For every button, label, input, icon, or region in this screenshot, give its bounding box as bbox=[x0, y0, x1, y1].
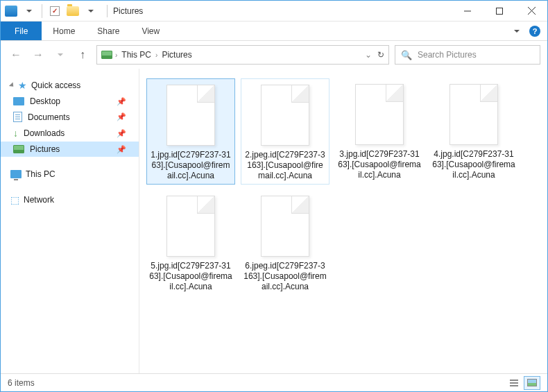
sidebar-item-pictures[interactable]: Pictures 📌 bbox=[1, 142, 139, 157]
tab-view[interactable]: View bbox=[130, 22, 171, 40]
recent-locations-icon[interactable] bbox=[52, 46, 69, 63]
star-icon: ★ bbox=[18, 80, 27, 91]
back-button[interactable]: ← bbox=[8, 46, 24, 63]
expand-ribbon-icon[interactable] bbox=[514, 30, 520, 33]
crumb-current[interactable]: Pictures bbox=[160, 50, 193, 60]
download-icon: ↓ bbox=[13, 128, 18, 139]
file-item[interactable]: 5.jpg.id[C279F237-3163].[Cusapool@firema… bbox=[146, 190, 235, 295]
file-icon bbox=[449, 84, 498, 145]
tab-share[interactable]: Share bbox=[86, 22, 130, 40]
titlebar: ✓ Pictures bbox=[1, 1, 547, 22]
navigation-pane: ★ Quick access Desktop 📌 Documents 📌 ↓ D… bbox=[1, 69, 139, 373]
sidebar-item-label: Network bbox=[24, 195, 54, 205]
desktop-icon bbox=[13, 97, 24, 105]
file-list[interactable]: 1.jpg.id[C279F237-3163].[Cusapool@firema… bbox=[139, 69, 547, 373]
sidebar-item-downloads[interactable]: ↓ Downloads 📌 bbox=[1, 125, 139, 142]
large-icons-view-button[interactable] bbox=[524, 376, 540, 390]
file-item[interactable]: 1.jpg.id[C279F237-3163].[Cusapool@firema… bbox=[146, 78, 235, 185]
pin-icon: 📌 bbox=[117, 97, 126, 106]
new-folder-icon[interactable] bbox=[65, 3, 80, 19]
pin-icon: 📌 bbox=[117, 129, 126, 138]
file-name: 2.jpeg.id[C279F237-3163].[Cusapool@firem… bbox=[244, 150, 326, 181]
document-icon bbox=[13, 112, 22, 122]
file-icon bbox=[355, 84, 404, 145]
refresh-icon[interactable]: ↻ bbox=[377, 50, 384, 60]
file-icon bbox=[261, 196, 309, 257]
explorer-window: ✓ Pictures File Home Share View ? ← → ↑ … bbox=[0, 0, 548, 392]
sidebar-item-label: Desktop bbox=[30, 96, 60, 106]
chevron-right-icon[interactable]: › bbox=[115, 51, 117, 59]
file-name: 3.jpg.id[C279F237-3163].[Cusapool@firema… bbox=[338, 149, 421, 180]
quick-access-header[interactable]: ★ Quick access bbox=[1, 77, 139, 94]
sidebar-item-network[interactable]: ⬚ Network bbox=[1, 191, 139, 208]
picture-icon bbox=[13, 145, 24, 153]
help-icon[interactable]: ? bbox=[529, 26, 540, 37]
properties-icon[interactable]: ✓ bbox=[47, 3, 62, 19]
details-view-button[interactable] bbox=[506, 376, 522, 390]
tab-home[interactable]: Home bbox=[42, 22, 86, 40]
sidebar-item-label: This PC bbox=[26, 169, 55, 179]
search-placeholder: Search Pictures bbox=[418, 50, 477, 60]
file-item[interactable]: 6.jpeg.id[C279F237-3163].[Cusapool@firem… bbox=[241, 190, 329, 295]
pc-icon bbox=[10, 170, 22, 178]
window-title: Pictures bbox=[113, 6, 143, 16]
chevron-right-icon[interactable]: › bbox=[155, 51, 157, 59]
ribbon: File Home Share View ? bbox=[1, 22, 547, 41]
sidebar-item-label: Downloads bbox=[24, 128, 65, 138]
address-bar: ← → ↑ › This PC › Pictures ⌄ ↻ 🔍 Search … bbox=[1, 41, 547, 69]
up-button[interactable]: ↑ bbox=[74, 46, 91, 63]
qat-dropdown-icon[interactable] bbox=[22, 3, 37, 19]
pin-icon: 📌 bbox=[117, 112, 126, 121]
file-icon bbox=[166, 85, 215, 146]
pin-icon: 📌 bbox=[117, 145, 126, 154]
network-icon: ⬚ bbox=[10, 194, 19, 205]
quick-access-label: Quick access bbox=[31, 80, 80, 90]
qat-customize-dropdown-icon[interactable] bbox=[83, 3, 99, 19]
location-icon bbox=[101, 51, 112, 59]
file-name: 1.jpg.id[C279F237-3163].[Cusapool@firema… bbox=[150, 150, 232, 181]
file-item[interactable]: 2.jpeg.id[C279F237-3163].[Cusapool@firem… bbox=[241, 78, 329, 185]
status-bar: 6 items bbox=[1, 373, 547, 391]
file-tab[interactable]: File bbox=[1, 22, 42, 40]
explorer-app-icon[interactable] bbox=[3, 3, 19, 19]
svg-rect-1 bbox=[497, 8, 503, 14]
sidebar-item-documents[interactable]: Documents 📌 bbox=[1, 109, 139, 125]
file-item[interactable]: 3.jpg.id[C279F237-3163].[Cusapool@firema… bbox=[335, 78, 424, 185]
close-button[interactable] bbox=[515, 1, 547, 22]
breadcrumb[interactable]: › This PC › Pictures ⌄ ↻ bbox=[96, 45, 389, 65]
history-dropdown-icon[interactable]: ⌄ bbox=[365, 50, 372, 60]
expand-icon bbox=[9, 82, 15, 88]
sidebar-item-label: Pictures bbox=[30, 144, 60, 154]
maximize-button[interactable] bbox=[483, 1, 515, 22]
minimize-button[interactable] bbox=[452, 1, 483, 22]
forward-button[interactable]: → bbox=[30, 46, 46, 63]
file-name: 6.jpeg.id[C279F237-3163].[Cusapool@firem… bbox=[243, 261, 327, 292]
file-item[interactable]: 4.jpg.id[C279F237-3163].[Cusapool@firema… bbox=[429, 78, 518, 185]
sidebar-item-label: Documents bbox=[28, 112, 70, 122]
search-icon: 🔍 bbox=[401, 50, 412, 60]
sidebar-item-desktop[interactable]: Desktop 📌 bbox=[1, 94, 139, 109]
crumb-this-pc[interactable]: This PC bbox=[120, 50, 153, 60]
file-icon bbox=[166, 196, 215, 257]
file-name: 4.jpg.id[C279F237-3163].[Cusapool@firema… bbox=[432, 149, 515, 180]
file-icon bbox=[261, 85, 309, 146]
sidebar-item-this-pc[interactable]: This PC bbox=[1, 167, 139, 182]
file-name: 5.jpg.id[C279F237-3163].[Cusapool@firema… bbox=[149, 261, 232, 292]
search-input[interactable]: 🔍 Search Pictures bbox=[395, 45, 540, 65]
item-count: 6 items bbox=[8, 378, 35, 388]
